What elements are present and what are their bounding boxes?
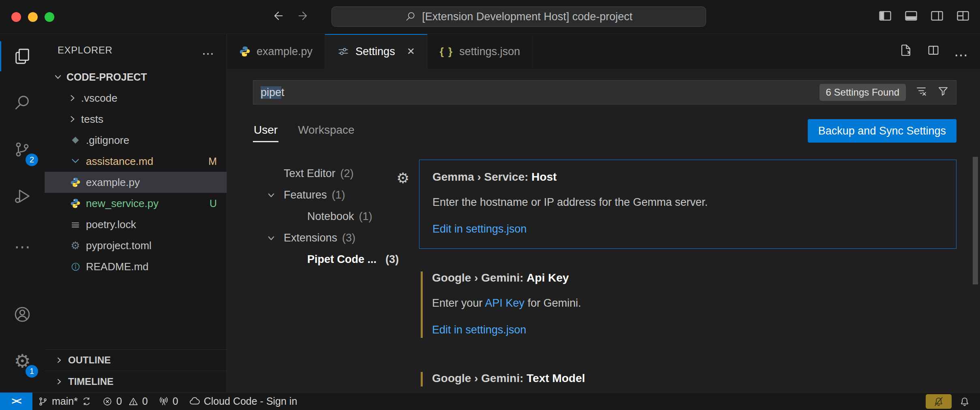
tree-item-vscode[interactable]: .vscode xyxy=(45,88,227,109)
remote-indicator-button[interactable]: >< xyxy=(0,393,32,410)
json-braces-icon: { } xyxy=(440,45,453,58)
outline-section-header[interactable]: OUTLINE xyxy=(45,349,227,371)
toc-count: (3) xyxy=(342,232,355,244)
setting-title: Gemma › Service: Host xyxy=(432,170,943,184)
customize-layout-button[interactable] xyxy=(956,9,970,26)
setting-item-gemini-api-key[interactable]: Google › Gemini: Api Key Enter your API … xyxy=(419,261,956,349)
setting-link-row: Edit in settings.json xyxy=(432,322,944,337)
scope-tab-workspace[interactable]: Workspace xyxy=(297,120,355,142)
edit-in-settings-json-link[interactable]: Edit in settings.json xyxy=(432,324,526,336)
tree-item-label: pyproject.toml xyxy=(86,239,152,252)
zoom-window-button[interactable] xyxy=(45,12,54,22)
setting-description: Enter your API Key for Gemini. xyxy=(432,296,944,310)
tree-item-new-service-py[interactable]: new_service.py U xyxy=(45,193,227,214)
more-actions-button[interactable]: … xyxy=(954,48,968,55)
error-icon xyxy=(102,396,113,407)
tree-item-gitignore[interactable]: .gitignore xyxy=(45,130,227,151)
history-navigation xyxy=(271,0,310,34)
split-editor-button[interactable] xyxy=(927,43,940,60)
chevron-right-icon xyxy=(68,94,77,102)
activity-bar-item-search[interactable] xyxy=(0,81,45,125)
scope-tab-user[interactable]: User xyxy=(253,120,278,142)
toggle-primary-sidebar-button[interactable] xyxy=(878,9,892,26)
backup-sync-settings-button[interactable]: Backup and Sync Settings xyxy=(808,119,956,143)
tree-item-assistance-md[interactable]: assistance.md M xyxy=(45,151,227,172)
search-controls: 6 Settings Found xyxy=(820,84,950,101)
activity-bar-item-explorer[interactable] xyxy=(0,34,45,79)
api-key-link[interactable]: API Key xyxy=(485,297,525,309)
activity-bar-item-accounts[interactable] xyxy=(0,292,45,337)
tree-item-example-py[interactable]: example.py xyxy=(45,172,227,193)
toggle-panel-button[interactable] xyxy=(904,9,918,26)
toc-item-features[interactable]: Features (1) xyxy=(253,184,415,206)
forward-button[interactable] xyxy=(297,9,310,26)
tree-item-tests[interactable]: tests xyxy=(45,109,227,130)
tree-item-label: .gitignore xyxy=(86,134,129,147)
tree-item-readme-md[interactable]: README.md xyxy=(45,256,227,277)
python-icon xyxy=(70,198,81,209)
setting-edit-gear-button[interactable]: ⚙ xyxy=(396,171,409,186)
git-branch-icon xyxy=(38,396,48,407)
tree-item-poetry-lock[interactable]: ≡ poetry.lock xyxy=(45,214,227,235)
settings-sliders-icon xyxy=(337,45,349,58)
tab-label: Settings xyxy=(355,45,395,58)
command-center-title: [Extension Development Host] code-projec… xyxy=(422,11,632,23)
toc-label: Notebook xyxy=(307,210,354,223)
toc-item-text-editor[interactable]: Text Editor (2) xyxy=(253,163,415,184)
tree-item-label: tests xyxy=(81,113,103,126)
branch-button[interactable]: main* xyxy=(32,393,97,410)
activity-bar-item-more[interactable]: … xyxy=(0,220,45,265)
layout-controls xyxy=(878,0,970,34)
toc-count: (1) xyxy=(332,189,345,201)
timeline-section-header[interactable]: TIMELINE xyxy=(45,371,227,392)
tab-example-py[interactable]: example.py xyxy=(227,34,325,69)
activity-bar-item-settings[interactable]: ⚙ 1 xyxy=(0,339,45,383)
description-text: Enter your xyxy=(432,297,485,309)
activity-bar-item-run-debug[interactable] xyxy=(0,174,45,218)
setting-item-gemma-service-host[interactable]: Gemma › Service: Host Enter the hostname… xyxy=(419,160,956,249)
toggle-secondary-sidebar-button[interactable] xyxy=(930,9,944,26)
problems-button[interactable]: 0 0 xyxy=(97,393,153,410)
close-window-button[interactable] xyxy=(11,12,21,22)
chevron-down-icon xyxy=(267,191,276,200)
command-center[interactable]: [Extension Development Host] code-projec… xyxy=(332,6,706,27)
warnings-count: 0 xyxy=(142,395,148,407)
setting-item-gemini-text-model[interactable]: Google › Gemini: Text Model xyxy=(419,361,956,392)
cloud-code-button[interactable]: Cloud Code - Sign in xyxy=(184,393,303,410)
tab-settings[interactable]: Settings ✕ xyxy=(325,34,428,69)
errors-count: 0 xyxy=(116,395,122,407)
tree-item-root[interactable]: CODE-PROJECT xyxy=(45,66,227,88)
search-icon xyxy=(13,94,32,112)
minimize-window-button[interactable] xyxy=(28,12,38,22)
settings-toc: Text Editor (2) Features (1) Notebook (1… xyxy=(253,160,415,392)
git-status-badge: M xyxy=(208,156,217,167)
split-editor-icon xyxy=(927,43,940,57)
activity-bar-item-source-control[interactable]: 2 xyxy=(0,127,45,172)
source-control-badge: 2 xyxy=(26,154,38,166)
notifications-bell-button[interactable] xyxy=(959,396,970,407)
scrollbar-thumb[interactable] xyxy=(973,157,978,284)
toc-item-pipet-code[interactable]: Pipet Code ... (3) xyxy=(253,249,415,270)
toc-item-notebook[interactable]: Notebook (1) xyxy=(253,206,415,227)
tab-settings-json[interactable]: { } settings.json xyxy=(428,34,533,69)
tree-item-label: poetry.lock xyxy=(86,218,136,231)
close-tab-icon[interactable]: ✕ xyxy=(407,46,415,57)
settings-editor: pipet 6 Settings Found User Workspace xyxy=(227,69,980,392)
settings-search-input[interactable]: pipet 6 Settings Found xyxy=(253,80,956,105)
chevron-right-icon xyxy=(68,115,77,124)
do-not-disturb-button[interactable] xyxy=(926,394,952,409)
bell-icon xyxy=(959,396,970,407)
ports-button[interactable]: 0 xyxy=(153,393,184,410)
info-icon xyxy=(70,262,81,272)
edit-in-settings-json-link[interactable]: Edit in settings.json xyxy=(432,223,527,235)
clear-search-filters-button[interactable] xyxy=(915,85,928,100)
layout-sidebar-right-icon xyxy=(930,9,944,23)
back-button[interactable] xyxy=(271,9,285,26)
explorer-actions-button[interactable]: … xyxy=(202,43,214,58)
filter-button[interactable] xyxy=(937,85,950,100)
setting-title: Google › Gemini: Text Model xyxy=(432,371,944,386)
tree-item-pyproject-toml[interactable]: ⚙ pyproject.toml xyxy=(45,235,227,256)
arrow-left-icon xyxy=(271,9,285,23)
open-settings-json-button[interactable] xyxy=(899,43,913,60)
toc-item-extensions[interactable]: Extensions (3) xyxy=(253,227,415,249)
